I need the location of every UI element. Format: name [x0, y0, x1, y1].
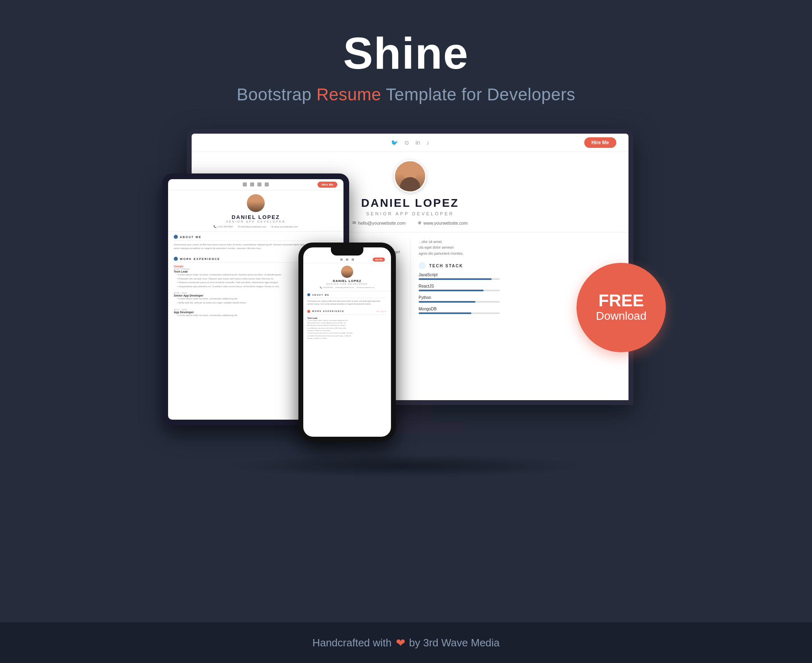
phone-work-title: WORK EXPERIENCE Google	[307, 310, 387, 315]
tablet-phone: 📞 +123-4567890	[214, 225, 233, 228]
phone-about-text: Summarise your career profile here lorem…	[307, 300, 387, 306]
monitor-stand-neck	[390, 405, 430, 421]
tablet-icon2	[250, 182, 254, 186]
footer-post: by 3rd Wave Media	[409, 637, 500, 649]
github-icon: ⊙	[404, 139, 409, 146]
phone-device: Hire Me DANIEL LOPEZ SENIOR APP DEVELOPE…	[298, 243, 396, 442]
phone-hire-btn[interactable]: Hire Me	[373, 258, 385, 262]
phone-about-section: ABOUT ME Summarise your career profile h…	[303, 291, 391, 308]
footer-text: Handcrafted with ❤ by 3rd Wave Media	[312, 636, 499, 650]
phone-web: ⊕ www.yourwebsite.com	[356, 286, 374, 288]
phone-screen: Hire Me DANIEL LOPEZ SENIOR APP DEVELOPE…	[303, 247, 391, 437]
resume-role-large: SENIOR APP DEVELOPER	[366, 211, 454, 216]
linkedin-icon: in	[416, 139, 420, 146]
tech-bar-fill	[419, 301, 475, 303]
tablet-avatar-image	[247, 194, 265, 212]
phone-avatar	[341, 266, 353, 278]
phone-icon3	[352, 258, 354, 261]
phone-section-icon	[307, 293, 310, 296]
tablet-about-title: ABOUT ME	[174, 235, 338, 241]
tablet-section-icon	[174, 235, 178, 239]
phone-topbar: Hire Me	[303, 256, 391, 263]
phone-name: DANIEL LOPEZ	[333, 279, 362, 283]
rss-icon: ♪	[426, 139, 429, 146]
avatar-body	[400, 177, 420, 191]
right-text: ...olor sit amet, ula eget dolor aenean …	[419, 239, 616, 256]
resume-contact: ✉ hello@yourwebsite.com ⊕ www.yourwebsit…	[352, 220, 468, 225]
phone-resume: Hire Me DANIEL LOPEZ SENIOR APP DEVELOPE…	[303, 247, 391, 342]
tech-bar-fill	[419, 290, 484, 291]
tablet-topbar: Hire Me	[168, 179, 343, 190]
devices-section: 🐦 ⊙ in ♪ Hire Me	[122, 125, 690, 511]
header-section: Shine Bootstrap Resume Template for Deve…	[0, 0, 812, 113]
avatar-image	[395, 161, 425, 191]
phone-role: SENIOR APP DEVELOPER	[326, 283, 368, 285]
tablet-icon3	[257, 182, 261, 186]
phone-frame: Hire Me DANIEL LOPEZ SENIOR APP DEVELOPE…	[298, 243, 396, 442]
website-contact: ⊕ www.yourwebsite.com	[418, 220, 468, 225]
footer: Handcrafted with ❤ by 3rd Wave Media	[0, 622, 812, 663]
tablet-contact: 📞 +123-4567890 ✉ hello@yourwebsite.com ⊕…	[214, 225, 298, 228]
phone-contact: 📞 +123-4567890 ✉ hello@yourwebsite.com ⊕…	[320, 286, 374, 288]
tech-bar-fill	[419, 278, 492, 280]
footer-pre: Handcrafted with	[312, 637, 391, 649]
phone-icon1	[340, 258, 343, 261]
tablet-hire-btn[interactable]: Hire Me	[317, 182, 337, 188]
tablet-hero: DANIEL LOPEZ SENIOR APP DEVELOPER 📞 +123…	[168, 190, 343, 232]
subtitle-highlight: Resume	[316, 85, 381, 104]
phone-avatar-image	[341, 266, 353, 278]
tablet-icon4	[265, 182, 269, 186]
phone-about-title: ABOUT ME	[307, 293, 387, 298]
phone-google-label: Google	[377, 310, 387, 312]
tablet-icon1	[243, 182, 247, 186]
tablet-avatar	[247, 194, 265, 212]
app-title: Shine	[0, 28, 812, 78]
tablet-name: DANIEL LOPEZ	[231, 214, 280, 220]
phone-notch	[331, 247, 363, 256]
heart-icon: ❤	[396, 636, 405, 650]
tablet-work-icon	[174, 257, 178, 261]
shadow-ellipse	[223, 454, 589, 478]
download-label: Download	[596, 309, 647, 323]
phone-phone: 📞 +123-4567890	[320, 286, 333, 288]
tablet-web: ⊕ www.yourwebsite.com	[271, 225, 298, 228]
hire-me-button[interactable]: Hire Me	[584, 137, 616, 148]
app-subtitle: Bootstrap Resume Template for Developers	[0, 85, 812, 104]
phone-hero: DANIEL LOPEZ SENIOR APP DEVELOPER 📞 +123…	[303, 263, 391, 291]
subtitle-pre: Bootstrap	[237, 85, 316, 104]
tech-bar-fill	[419, 312, 471, 314]
phone-work-icon	[307, 310, 310, 313]
tech-stack-heading: TECH STACK	[419, 262, 616, 269]
phone-work-section: WORK EXPERIENCE Google Tech Lead • Lorem…	[303, 308, 391, 342]
free-label: FREE	[598, 292, 644, 309]
phone-email: ✉ hello@yourwebsite.com	[335, 286, 354, 288]
avatar	[394, 160, 426, 193]
subtitle-post: Template for Developers	[381, 85, 575, 104]
free-download-badge[interactable]: FREE Download	[577, 263, 666, 352]
email-contact: ✉ hello@yourwebsite.com	[352, 220, 406, 225]
resume-topbar: 🐦 ⊙ in ♪ Hire Me	[192, 134, 628, 152]
resume-name-large: DANIEL LOPEZ	[361, 197, 459, 210]
phone-icon2	[346, 258, 348, 261]
twitter-icon: 🐦	[391, 139, 398, 146]
phone-work-item: Tech Lead • Lorem ipsum dolor sit amet, …	[307, 317, 387, 340]
tablet-role: SENIOR APP DEVELOPER	[226, 220, 285, 223]
tablet-email: ✉ hello@yourwebsite.com	[238, 225, 266, 228]
